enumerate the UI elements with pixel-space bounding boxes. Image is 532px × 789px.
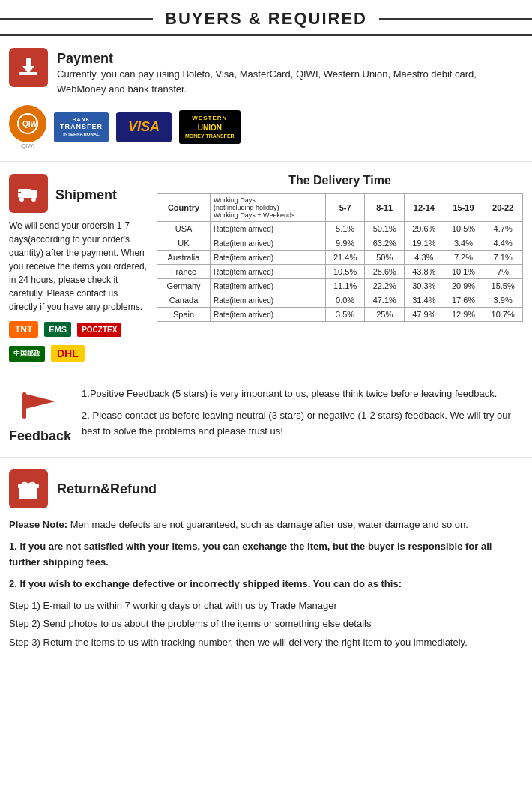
return-note-label: Please Note:	[9, 519, 67, 530]
delivery-val-0-4: 4.7%	[483, 222, 523, 236]
pocztex-logo: POCZTEX	[77, 322, 121, 337]
delivery-country-5: Canada	[157, 293, 211, 308]
delivery-country-6: Spain	[157, 308, 211, 322]
feedback-point1: 1.Positive Feedback (5 stars) is very im…	[82, 386, 523, 402]
delivery-rate-label-4: Rate(item arrived)	[211, 279, 326, 293]
return-steps: Step 1) E-mail to us within 7 working da…	[9, 598, 523, 651]
svg-rect-11	[22, 392, 26, 418]
chinapost-logo: 中国邮政	[9, 346, 45, 362]
delivery-title: The Delivery Time	[157, 174, 523, 188]
delivery-rate-label-3: Rate(item arrived)	[211, 265, 326, 279]
payment-header: Payment Currently, you can pay using Bol…	[9, 48, 523, 96]
return-step-2: Step 3) Return the items to us with trac…	[9, 635, 523, 651]
return-note-text: Men made defects are not guaranteed, suc…	[67, 519, 468, 530]
delivery-val-3-0: 10.5%	[325, 265, 365, 279]
delivery-val-1-2: 19.1%	[405, 236, 444, 250]
payment-section: Payment Currently, you can pay using Bol…	[0, 36, 532, 162]
page-header: BUYERS & REQUIRED	[0, 0, 532, 36]
delivery-val-6-1: 25%	[365, 308, 405, 322]
return-point2-label: 2. If you wish to exchange defective or …	[9, 577, 523, 592]
return-text: Please Note: Men made defects are not gu…	[9, 518, 523, 651]
feedback-icon	[18, 386, 63, 424]
shipment-section: Shipment We will send your ordersin 1-7 …	[0, 162, 532, 374]
return-step-1: Step 2) Send photos to us about the prob…	[9, 616, 523, 632]
delivery-rate-label-6: Rate(item arrived)	[211, 308, 326, 322]
shipment-header: Shipment	[9, 174, 148, 213]
delivery-val-6-2: 47.9%	[405, 308, 444, 322]
delivery-val-3-1: 28.6%	[365, 265, 405, 279]
delivery-country-0: USA	[157, 222, 211, 236]
col-8-11: 8-11	[365, 194, 405, 222]
delivery-val-5-0: 0.0%	[325, 293, 365, 308]
feedback-label: Feedback	[9, 428, 71, 444]
delivery-val-4-4: 15.5%	[483, 279, 523, 293]
delivery-val-5-1: 47.1%	[365, 293, 405, 308]
svg-marker-6	[31, 190, 37, 198]
delivery-val-4-0: 11.1%	[325, 279, 365, 293]
delivery-val-2-1: 50%	[365, 250, 405, 265]
delivery-val-2-2: 4.3%	[405, 250, 444, 265]
feedback-section: Feedback 1.Positive Feedback (5 stars) i…	[0, 374, 532, 458]
qiwi-logo: QIWI	[9, 105, 46, 142]
delivery-val-5-4: 3.9%	[483, 293, 523, 308]
delivery-val-4-1: 22.2%	[365, 279, 405, 293]
page-title: BUYERS & REQUIRED	[153, 9, 379, 28]
tnt-logo: TNT	[9, 321, 38, 338]
return-header: Return&Refund	[9, 470, 523, 508]
delivery-val-4-2: 30.3%	[405, 279, 444, 293]
carrier-logos: TNT EMS POCZTEX	[9, 321, 148, 338]
western-union-logo: WESTERN UNION MONEY TRANSFER	[179, 110, 241, 143]
delivery-val-6-4: 10.7%	[483, 308, 523, 322]
delivery-val-1-1: 63.2%	[365, 236, 405, 250]
shipment-text: We will send your ordersin 1-7 days(acco…	[9, 219, 148, 314]
dhl-logo: DHL	[51, 345, 85, 362]
header-line-left	[0, 18, 153, 20]
feedback-icon-block: Feedback	[9, 386, 71, 444]
svg-point-8	[31, 197, 36, 202]
return-label: Return&Refund	[57, 482, 157, 497]
return-icon	[9, 470, 48, 508]
return-note: Please Note: Men made defects are not gu…	[9, 518, 523, 533]
shipment-label: Shipment	[55, 188, 117, 203]
delivery-country-3: France	[157, 265, 211, 279]
delivery-val-5-2: 31.4%	[405, 293, 444, 308]
delivery-rate-label-5: Rate(item arrived)	[211, 293, 326, 308]
svg-marker-10	[25, 394, 55, 416]
col-20-22: 20-22	[483, 194, 523, 222]
delivery-val-5-3: 17.6%	[444, 293, 483, 308]
feedback-text: 1.Positive Feedback (5 stars) is very im…	[82, 386, 523, 445]
delivery-country-1: UK	[157, 236, 211, 250]
payment-icon	[9, 48, 48, 87]
delivery-val-4-3: 20.9%	[444, 279, 483, 293]
bank-transfer-logo: BANK TRANSFER INTERNATIONAL	[54, 112, 109, 142]
col-12-14: 12-14	[405, 194, 444, 222]
svg-text:QIWI: QIWI	[22, 120, 38, 128]
col-5-7: 5-7	[325, 194, 365, 222]
delivery-val-0-3: 10.5%	[444, 222, 483, 236]
delivery-val-2-4: 7.1%	[483, 250, 523, 265]
delivery-rate-label-0: Rate(item arrived)	[211, 222, 326, 236]
col-country: Country	[157, 194, 211, 222]
shipment-top: Shipment We will send your ordersin 1-7 …	[9, 174, 523, 362]
shipment-left: Shipment We will send your ordersin 1-7 …	[9, 174, 148, 362]
payment-logos: QIWI QIWI BANK TRANSFER INTERNATIONAL VI…	[9, 105, 523, 149]
return-point1: 1. If you are not satisfied with your it…	[9, 539, 523, 571]
qiwi-logo-block: QIWI QIWI	[9, 105, 46, 149]
payment-description: Currently, you can pay using Boleto, Vis…	[57, 67, 523, 96]
delivery-val-1-0: 9.9%	[325, 236, 365, 250]
svg-point-7	[19, 197, 24, 202]
delivery-val-6-0: 3.5%	[325, 308, 365, 322]
col-15-19: 15-19	[444, 194, 483, 222]
shipment-right: The Delivery Time Country Working Days(n…	[157, 174, 523, 322]
svg-rect-14	[27, 484, 30, 500]
delivery-country-2: Australia	[157, 250, 211, 265]
carrier-logos-2: 中国邮政 DHL	[9, 345, 148, 362]
header-line-right	[379, 18, 532, 20]
payment-content: Payment Currently, you can pay using Bol…	[57, 48, 523, 96]
col-working-days: Working Days(not including holiday)Worki…	[211, 194, 326, 222]
feedback-point2: 2. Please contact us before leaving neut…	[82, 408, 523, 440]
delivery-rate-label-2: Rate(item arrived)	[211, 250, 326, 265]
payment-label: Payment	[57, 51, 523, 67]
delivery-val-1-4: 4.4%	[483, 236, 523, 250]
ems-logo: EMS	[44, 322, 71, 337]
